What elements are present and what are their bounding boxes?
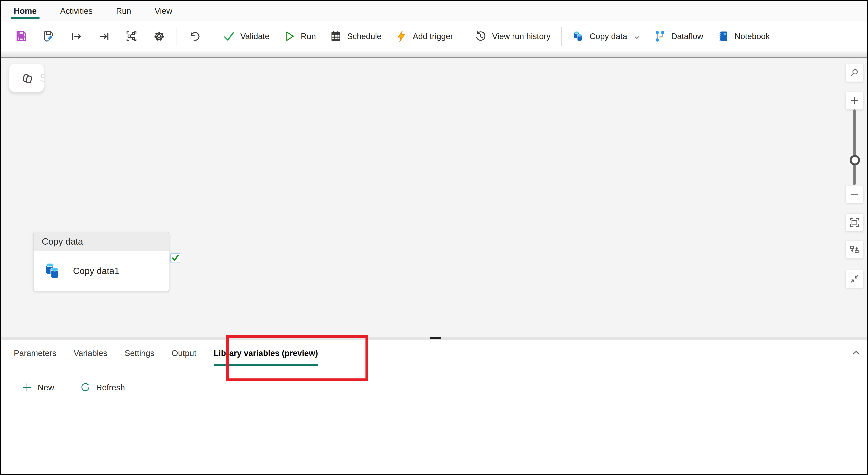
- auto-align-button[interactable]: [118, 25, 145, 48]
- arrow-to-bar-button[interactable]: [90, 25, 118, 48]
- fit-to-screen-button[interactable]: [845, 213, 864, 231]
- check-icon: [172, 254, 179, 263]
- schedule-calendar-icon: [330, 30, 342, 42]
- notebook-icon: [717, 30, 729, 42]
- new-variable-button[interactable]: New: [20, 376, 56, 399]
- menu-tab-activities[interactable]: Activities: [56, 1, 96, 21]
- history-clock-icon: [475, 30, 487, 42]
- validate-label: Validate: [240, 32, 270, 41]
- menu-tab-run[interactable]: Run: [112, 1, 135, 21]
- copilot-hint-letter: S: [40, 72, 43, 84]
- activity-card-header: Copy data: [34, 232, 169, 251]
- panel-top-divider: [1, 337, 867, 340]
- auto-layout-button[interactable]: [845, 240, 864, 259]
- arrow-to-bar-icon: [98, 30, 110, 42]
- undo-button[interactable]: [181, 25, 208, 48]
- run-button[interactable]: Run: [277, 25, 323, 48]
- toolbar-divider: [212, 27, 212, 46]
- copilot-button[interactable]: S: [9, 64, 43, 92]
- menu-tab-home[interactable]: Home: [10, 1, 40, 21]
- dataflow-label: Dataflow: [671, 32, 703, 41]
- activity-card-body: Copy data1: [34, 251, 169, 291]
- panel-tab-bar: Parameters Variables Settings Output Lib…: [1, 340, 867, 367]
- activity-card-copy-data[interactable]: Copy data Copy data1: [33, 232, 169, 291]
- auto-layout-icon: [849, 244, 860, 255]
- validate-check-icon: [223, 30, 235, 42]
- dataflow-icon: [654, 30, 666, 42]
- view-run-history-label: View run history: [492, 32, 551, 41]
- auto-align-icon: [126, 30, 137, 42]
- lightning-bolt-icon: [396, 30, 407, 42]
- save-button[interactable]: [7, 25, 35, 48]
- copy-data-icon: [43, 262, 62, 280]
- dataflow-button[interactable]: Dataflow: [647, 25, 710, 48]
- copy-data-label: Copy data: [590, 32, 627, 41]
- search-icon: [849, 67, 860, 78]
- ribbon-menu-bar: Home Activities Run View: [1, 1, 867, 21]
- toolbar-divider: [464, 27, 464, 46]
- copy-data-dropdown-button[interactable]: Copy data: [565, 25, 647, 48]
- refresh-label: Refresh: [96, 383, 125, 392]
- save-as-icon: [43, 30, 55, 42]
- undo-icon: [188, 30, 200, 42]
- arrow-from-bar-icon: [70, 30, 82, 42]
- chevron-down-icon: [634, 33, 640, 39]
- tab-library-variables[interactable]: Library variables (preview): [214, 340, 318, 367]
- add-trigger-button[interactable]: Add trigger: [389, 25, 460, 48]
- refresh-button[interactable]: Refresh: [78, 376, 127, 399]
- save-icon: [15, 30, 27, 42]
- zoom-slider-thumb[interactable]: [850, 155, 860, 165]
- tab-variables[interactable]: Variables: [74, 340, 107, 367]
- toolbar-divider: [177, 27, 177, 46]
- activity-name: Copy data1: [73, 266, 119, 276]
- ribbon-toolbar: Validate Run Schedule: [1, 21, 867, 52]
- panel-command-bar: New Refresh: [1, 367, 867, 399]
- add-trigger-label: Add trigger: [413, 32, 453, 41]
- settings-gear-icon: [153, 30, 165, 42]
- tab-output[interactable]: Output: [172, 340, 196, 367]
- command-divider: [67, 378, 67, 397]
- view-run-history-button[interactable]: View run history: [468, 25, 557, 48]
- schedule-button[interactable]: Schedule: [323, 25, 389, 48]
- toolbar-shadow-divider: [1, 52, 867, 58]
- notebook-label: Notebook: [735, 32, 770, 41]
- copy-data-icon: [572, 30, 584, 42]
- new-label: New: [38, 383, 54, 392]
- panel-resize-handle[interactable]: [430, 337, 441, 339]
- validate-button[interactable]: Validate: [216, 25, 277, 48]
- plus-icon: [22, 382, 32, 393]
- activity-type-label: Copy data: [42, 236, 83, 247]
- run-label: Run: [301, 32, 316, 41]
- panel-collapse-button[interactable]: [851, 340, 861, 367]
- arrow-from-bar-button[interactable]: [63, 25, 90, 48]
- notebook-button[interactable]: Notebook: [710, 25, 777, 48]
- zoom-out-button[interactable]: [845, 185, 864, 203]
- collapse-icon: [849, 274, 860, 284]
- refresh-icon: [80, 382, 91, 393]
- run-play-icon: [284, 30, 296, 42]
- zoom-in-button[interactable]: [845, 92, 864, 110]
- fit-to-screen-icon: [849, 217, 860, 228]
- menu-tab-view[interactable]: View: [151, 1, 176, 21]
- zoom-out-icon: [849, 189, 860, 200]
- copilot-icon: [21, 72, 32, 84]
- pipeline-canvas[interactable]: S Copy data: [1, 58, 867, 337]
- activity-status-badge[interactable]: [170, 253, 180, 263]
- tab-settings[interactable]: Settings: [125, 340, 155, 367]
- schedule-label: Schedule: [347, 32, 381, 41]
- toolbar-divider: [561, 27, 562, 46]
- pipeline-editor-window: Home Activities Run View: [0, 0, 868, 475]
- tab-parameters[interactable]: Parameters: [14, 340, 56, 367]
- chevron-up-icon: [851, 348, 861, 359]
- zoom-in-icon: [849, 95, 860, 106]
- save-as-button[interactable]: [35, 25, 63, 48]
- settings-button[interactable]: [145, 25, 173, 48]
- canvas-search-button[interactable]: [845, 64, 864, 82]
- zoom-slider-track[interactable]: [853, 109, 856, 185]
- collapse-canvas-button[interactable]: [845, 270, 864, 288]
